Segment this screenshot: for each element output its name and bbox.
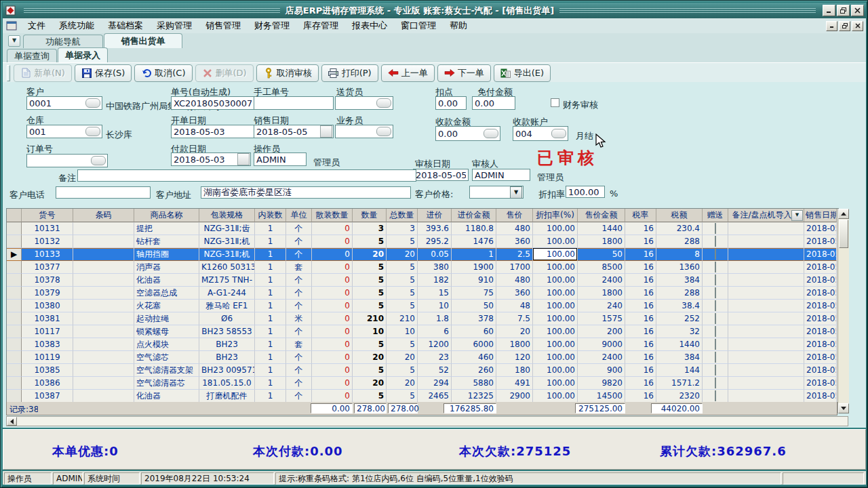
gift-checkbox[interactable] xyxy=(715,287,716,298)
cell-gift[interactable] xyxy=(703,377,728,390)
cell-gift[interactable] xyxy=(703,390,728,403)
table-row[interactable]: 10380火花塞雅马哈 EF11个055105048100.002401638.… xyxy=(7,300,837,312)
table-row[interactable]: 10386空气滤清器芯181.05.15.01个0202029458804911… xyxy=(7,377,837,390)
table-row[interactable]: 10381起动拉绳Ø61米02102101.83787.5100.0015751… xyxy=(7,312,837,325)
cell-cost-price[interactable]: 52 xyxy=(418,364,452,377)
cell-unit[interactable]: 个 xyxy=(286,390,312,403)
cell-qty[interactable]: 5 xyxy=(353,261,387,274)
cell-pack-spec[interactable]: NZG-31Ⅱ;齿 xyxy=(199,222,255,235)
cell-qty[interactable]: 5 xyxy=(353,338,387,351)
cell-selector[interactable] xyxy=(7,390,22,403)
scroll-left-button[interactable] xyxy=(7,417,17,426)
mdi-child-icon[interactable] xyxy=(6,21,17,30)
receipt-account-picker-button[interactable] xyxy=(551,129,566,138)
delete-doc-button[interactable]: 删单(D) xyxy=(195,64,254,82)
sale-date-input[interactable] xyxy=(254,127,320,137)
cell-cost-amount[interactable]: 1 xyxy=(452,248,496,261)
cell-selector[interactable] xyxy=(7,261,22,274)
open-date-input[interactable] xyxy=(172,127,267,137)
cell-inner-qty[interactable]: 1 xyxy=(255,377,286,390)
cell-qty[interactable]: 210 xyxy=(353,312,387,325)
pay-date-input[interactable] xyxy=(172,155,237,165)
cell-tax-amount[interactable]: 144 xyxy=(656,364,703,377)
cell-product-name[interactable]: 点火模块 xyxy=(134,338,199,351)
cancel-button[interactable]: 取消(C) xyxy=(134,64,192,82)
cell-sale-date[interactable]: 2018-05 xyxy=(804,287,837,300)
cell-sale-amount[interactable]: 1800 xyxy=(578,287,625,300)
cell-item-no[interactable]: 10386 xyxy=(22,377,73,390)
cell-cost-amount[interactable]: 910 xyxy=(452,274,496,287)
cell-product-name[interactable]: 火花塞 xyxy=(134,300,199,312)
cell-sale-date[interactable]: 2018-05 xyxy=(804,261,837,274)
cell-pack-spec[interactable]: BH23 xyxy=(199,338,255,351)
cell-item-no[interactable]: 10132 xyxy=(22,235,73,248)
cell-total-qty[interactable]: 5 xyxy=(387,300,418,312)
cell-tax-amount[interactable]: 32 xyxy=(656,325,703,338)
deliverer-picker-button[interactable] xyxy=(376,98,391,108)
receipt-account-input[interactable] xyxy=(513,129,550,139)
cell-tax-amount[interactable]: 288 xyxy=(656,287,703,300)
cell-cost-amount[interactable]: 12325 xyxy=(452,390,496,403)
cell-gift[interactable] xyxy=(703,312,728,325)
scroll-down-button[interactable] xyxy=(838,403,849,413)
cell-inner-qty[interactable]: 1 xyxy=(255,390,286,403)
cell-tax-rate[interactable]: 16 xyxy=(625,364,656,377)
cell-sale-price[interactable]: 480 xyxy=(496,274,533,287)
operator-input[interactable] xyxy=(254,155,306,165)
cell-cost-price[interactable]: 380 xyxy=(418,261,452,274)
table-row[interactable]: ▶10133轴用挡圈NZG-31Ⅱ;机1个020200.0512.5100.00… xyxy=(7,248,837,261)
grid-vertical-scrollbar[interactable] xyxy=(837,209,849,413)
cell-cost-price[interactable]: 393.6 xyxy=(418,222,452,235)
mdi-close-button[interactable] xyxy=(852,21,863,31)
cell-selector[interactable] xyxy=(7,287,22,300)
cell-selector[interactable] xyxy=(7,364,22,377)
cell-pack-spec[interactable]: A-G1-244 xyxy=(199,287,255,300)
menu-item-2[interactable]: 基础档案 xyxy=(101,18,150,33)
cell-sale-price[interactable]: 360 xyxy=(496,287,533,300)
cell-total-qty[interactable]: 5 xyxy=(387,261,418,274)
table-row[interactable]: 10119空气滤芯BH231个0202023460120100.00240016… xyxy=(7,351,837,364)
cell-remark[interactable] xyxy=(728,274,804,287)
prev-doc-button[interactable]: 上一单 xyxy=(381,64,435,82)
cell-tax-amount[interactable]: 384 xyxy=(656,351,703,364)
cell-sale-date[interactable]: 2018-05 xyxy=(804,300,837,312)
column-header-sale-amount[interactable]: 售价金额 xyxy=(578,209,625,222)
cell-gift[interactable] xyxy=(703,287,728,300)
cell-selector[interactable] xyxy=(7,325,22,338)
cell-barcode[interactable] xyxy=(73,287,134,300)
column-header-bulk-qty[interactable]: 散装数量 xyxy=(312,209,353,222)
cell-gift[interactable] xyxy=(703,364,728,377)
cell-cost-price[interactable]: 15 xyxy=(418,287,452,300)
cell-sale-amount[interactable]: 9000 xyxy=(578,338,625,351)
cell-sale-price[interactable]: 7.5 xyxy=(496,312,533,325)
cell-remark[interactable] xyxy=(728,248,804,261)
cell-barcode[interactable] xyxy=(73,274,134,287)
cell-cost-price[interactable]: 2465 xyxy=(418,390,452,403)
cell-item-no[interactable]: 10119 xyxy=(22,351,73,364)
cell-sale-date[interactable]: 2018-05 xyxy=(804,274,837,287)
cell-sale-date[interactable]: 2018-05 xyxy=(804,364,837,377)
gift-checkbox[interactable] xyxy=(715,352,716,363)
deliverer-input[interactable] xyxy=(336,98,375,108)
cell-cost-amount[interactable]: 5880 xyxy=(452,377,496,390)
menu-item-6[interactable]: 库存管理 xyxy=(296,18,345,33)
cell-product-name[interactable]: 锁紧螺母 xyxy=(134,325,199,338)
cell-cost-amount[interactable]: 378 xyxy=(452,312,496,325)
cell-selector[interactable]: ▶ xyxy=(7,248,22,261)
column-header-tax-rate[interactable]: 税率 xyxy=(625,209,656,222)
cell-inner-qty[interactable]: 1 xyxy=(255,261,286,274)
cell-gift[interactable] xyxy=(703,274,728,287)
cell-inner-qty[interactable]: 1 xyxy=(255,325,286,338)
cell-cost-amount[interactable]: 260 xyxy=(452,364,496,377)
export-button[interactable]: 导出(E) xyxy=(494,64,551,82)
table-row[interactable]: 10117锁紧螺母BH23 585531个0101066020100.00200… xyxy=(7,325,837,338)
customer-price-input[interactable] xyxy=(470,187,510,197)
cell-sale-date[interactable]: 2018-05 xyxy=(804,377,837,390)
cell-barcode[interactable] xyxy=(73,222,134,235)
salesman-picker-button[interactable] xyxy=(376,127,391,136)
cell-cost-amount[interactable]: 460 xyxy=(452,351,496,364)
cell-discount-rate[interactable]: 100.00 xyxy=(533,364,578,377)
cell-discount-rate[interactable]: 100.00 xyxy=(533,312,578,325)
cell-sale-amount[interactable]: 9820 xyxy=(578,377,625,390)
vertical-scroll-thumb[interactable] xyxy=(839,220,848,248)
